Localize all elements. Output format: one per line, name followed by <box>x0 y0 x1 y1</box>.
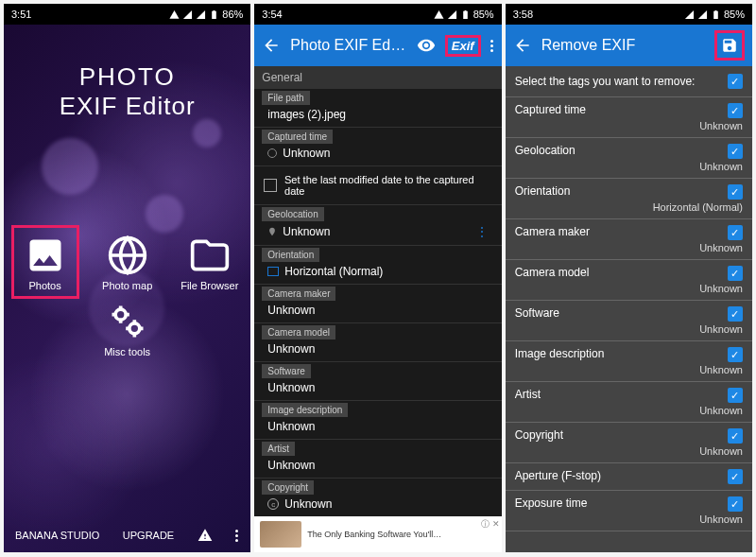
status-bar: 3:54 85% <box>254 4 501 25</box>
screen-remove-exif: 3:58 85% Remove EXIF Select the tags you… <box>506 4 752 552</box>
exif-field-list[interactable]: General File path images (2).jpeg Captur… <box>254 66 501 516</box>
tag-label: Aperture (F-stop) <box>515 469 601 482</box>
field-image-description[interactable]: Image description Unknown <box>254 401 501 440</box>
tag-value: Unknown <box>515 405 743 416</box>
checkbox[interactable]: ✓ <box>728 496 743 512</box>
exif-remove-button[interactable]: Exif <box>445 35 481 57</box>
field-geolocation[interactable]: Geolocation Unknown⋮ <box>254 205 501 246</box>
appbar-title: Photo EXIF Edi… <box>290 37 406 54</box>
checkbox[interactable]: ✓ <box>728 428 743 444</box>
checkbox-set-modified-date[interactable]: Set the last modified date to the captur… <box>254 166 501 205</box>
tag-value: Unknown <box>515 445 743 457</box>
file-browser-button[interactable]: File Browser <box>180 235 238 291</box>
tag-value: Unknown <box>515 161 743 172</box>
tag-label: Image description <box>515 347 605 360</box>
status-bar: 3:58 85% <box>506 4 752 25</box>
checkbox[interactable]: ✓ <box>728 347 743 362</box>
tag-row[interactable]: Software✓Unknown <box>506 301 752 341</box>
tag-label: Camera maker <box>515 225 590 238</box>
back-icon[interactable] <box>513 36 532 55</box>
tag-label: Software <box>515 306 559 320</box>
tag-row[interactable]: Orientation✓Horizontal (Normal) <box>506 179 752 219</box>
checkbox-icon <box>264 179 277 192</box>
tag-label: Exposure time <box>515 496 588 510</box>
checkbox[interactable]: ✓ <box>728 306 743 322</box>
tag-value: Unknown <box>515 364 743 375</box>
checkbox[interactable]: ✓ <box>728 388 743 403</box>
more-icon[interactable] <box>235 530 239 542</box>
checkbox-all[interactable]: ✓ <box>728 74 743 89</box>
field-artist[interactable]: Artist Unknown <box>254 440 501 479</box>
tag-label: Artist <box>515 388 541 401</box>
status-time: 3:58 <box>513 9 533 20</box>
photo-map-button[interactable]: Photo map <box>102 235 152 291</box>
tag-label: Captured time <box>515 103 586 116</box>
more-icon[interactable] <box>490 40 494 52</box>
app-bar: Remove EXIF <box>506 25 752 66</box>
checkbox[interactable]: ✓ <box>728 144 743 159</box>
orientation-icon <box>267 267 279 276</box>
app-title: PHOTO EXIF Editor <box>4 62 250 121</box>
tag-row[interactable]: Aperture (F-stop)✓ <box>506 463 752 491</box>
ad-text: The Only Banking Software You'll… <box>307 530 441 539</box>
checkbox[interactable]: ✓ <box>728 225 743 240</box>
tag-label: Copyright <box>515 428 563 442</box>
tag-row[interactable]: Copyright✓Unknown <box>506 423 752 463</box>
field-camera-maker[interactable]: Camera maker Unknown <box>254 285 501 323</box>
tag-row[interactable]: Camera maker✓Unknown <box>506 219 752 260</box>
warning-icon[interactable] <box>198 528 213 543</box>
field-file-path[interactable]: File path images (2).jpeg <box>254 89 501 128</box>
app-title-line1: PHOTO <box>4 62 250 92</box>
field-software[interactable]: Software Unknown <box>254 362 501 401</box>
back-icon[interactable] <box>262 36 281 55</box>
file-browser-label: File Browser <box>180 280 238 291</box>
tag-value: Unknown <box>515 120 743 131</box>
tag-value: Unknown <box>515 242 743 253</box>
remove-tag-list[interactable]: Select the tags you want to remove: ✓ Ca… <box>506 66 752 552</box>
visibility-icon[interactable] <box>417 36 436 55</box>
tag-row[interactable]: Artist✓Unknown <box>506 382 752 423</box>
copyright-icon: c <box>267 498 279 510</box>
svg-point-2 <box>129 323 139 334</box>
checkbox[interactable]: ✓ <box>728 103 743 118</box>
globe-icon <box>107 235 148 276</box>
screen-editor: 3:54 85% Photo EXIF Edi… Exif General Fi… <box>254 4 501 552</box>
status-icons: 85% <box>684 9 745 20</box>
app-bar: Photo EXIF Edi… Exif <box>254 25 501 66</box>
gears-icon <box>107 301 148 342</box>
tag-label: Orientation <box>515 184 571 198</box>
tag-row[interactable]: Exposure time✓Unknown <box>506 491 752 531</box>
tag-value: Unknown <box>515 323 743 335</box>
field-camera-model[interactable]: Camera model Unknown <box>254 323 501 362</box>
photos-button[interactable]: Photos <box>25 235 66 291</box>
studio-name[interactable]: BANANA STUDIO <box>15 530 99 541</box>
status-icons: 86% <box>169 9 243 20</box>
status-icons: 85% <box>434 9 494 20</box>
status-time: 3:54 <box>262 9 282 20</box>
field-copyright[interactable]: Copyright cUnknown <box>254 479 501 516</box>
status-battery: 85% <box>724 9 745 20</box>
tag-row[interactable]: Captured time✓Unknown <box>506 97 752 138</box>
misc-tools-button[interactable]: Misc tools <box>104 301 150 357</box>
field-orientation[interactable]: Orientation Horizontal (Normal) <box>254 246 501 285</box>
status-time: 3:51 <box>11 9 31 20</box>
tag-label: Geolocation <box>515 144 576 157</box>
location-icon <box>267 227 277 236</box>
tag-row[interactable]: Image description✓Unknown <box>506 341 752 382</box>
upgrade-button[interactable]: UPGRADE <box>123 530 174 541</box>
tag-row[interactable]: Camera model✓Unknown <box>506 260 752 301</box>
checkbox[interactable]: ✓ <box>728 184 743 200</box>
save-button[interactable] <box>714 30 745 61</box>
save-icon <box>721 37 738 54</box>
tag-row[interactable]: Geolocation✓Unknown <box>506 138 752 179</box>
folder-icon <box>189 235 231 276</box>
ad-banner[interactable]: The Only Banking Software You'll… ⓘ ✕ <box>254 516 501 552</box>
checkbox[interactable]: ✓ <box>728 266 743 281</box>
checkbox[interactable]: ✓ <box>728 469 743 484</box>
misc-tools-label: Misc tools <box>104 346 150 357</box>
field-captured-time[interactable]: Captured time Unknown <box>254 128 501 166</box>
appbar-title: Remove EXIF <box>541 37 705 54</box>
status-battery: 85% <box>473 9 494 20</box>
ad-close-icon[interactable]: ⓘ ✕ <box>481 518 500 531</box>
tag-value: Unknown <box>515 283 743 294</box>
